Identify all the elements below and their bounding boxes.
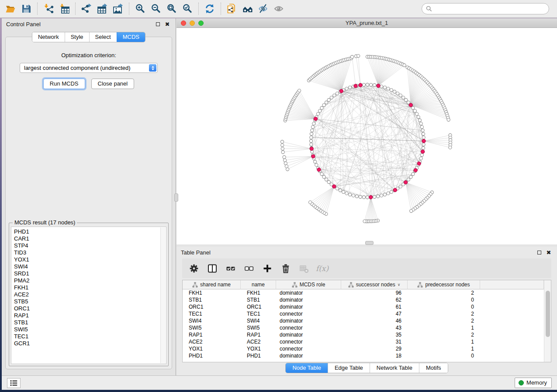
- table-cell: 2: [408, 331, 480, 338]
- column-header-successor-nodes[interactable]: successor nodes∨: [341, 280, 408, 289]
- horizontal-splitter-handle[interactable]: [365, 241, 374, 245]
- zoom-out-button[interactable]: [148, 2, 164, 16]
- gear-button[interactable]: [187, 261, 201, 276]
- mcds-list-scrollbar[interactable]: [160, 227, 166, 363]
- zoom-selected-icon: [182, 3, 193, 14]
- close-panel-button[interactable]: ✖: [163, 21, 171, 28]
- tab-mcds[interactable]: MCDS: [117, 32, 145, 42]
- tab-network-table[interactable]: Network Table: [370, 363, 419, 373]
- mcds-result-item[interactable]: PMA2: [14, 277, 166, 284]
- import-table-button[interactable]: [56, 2, 72, 16]
- table-cell: [480, 345, 544, 352]
- import-network-icon: [43, 3, 54, 14]
- memory-status-icon: [519, 380, 524, 385]
- deselect-all-button[interactable]: [242, 261, 256, 276]
- column-header-shared-name[interactable]: shared name: [183, 280, 241, 289]
- zoom-fit-button[interactable]: [164, 2, 180, 16]
- tab-motifs[interactable]: Motifs: [419, 363, 448, 373]
- network-window-titlebar[interactable]: YPA_prune.txt_1: [176, 18, 557, 28]
- window-zoom-light[interactable]: [198, 21, 204, 26]
- memory-button[interactable]: Memory: [515, 378, 552, 388]
- table-row[interactable]: YOX1YOX1connector291: [183, 345, 544, 352]
- table-cell: 2: [408, 289, 480, 296]
- mcds-result-item[interactable]: TEC1: [14, 333, 166, 340]
- close-panel-action-button[interactable]: Close panel: [91, 79, 135, 89]
- export-image-button[interactable]: [110, 2, 126, 16]
- task-history-button[interactable]: [7, 378, 21, 388]
- table-row[interactable]: SWI5SWI5connector431: [183, 324, 544, 331]
- tab-node-table[interactable]: Node Table: [286, 363, 328, 373]
- delete-row-button[interactable]: [278, 261, 293, 276]
- mcds-result-item[interactable]: STB1: [14, 319, 166, 326]
- mcds-result-item[interactable]: YOX1: [14, 256, 166, 263]
- mcds-result-item[interactable]: FKH1: [14, 284, 166, 291]
- mcds-result-item[interactable]: PHD1: [14, 228, 166, 235]
- table-scrollbar-thumb[interactable]: [546, 291, 550, 337]
- window-minimize-light[interactable]: [190, 21, 195, 26]
- table-row[interactable]: PHD1PHD1dominator180: [183, 352, 544, 359]
- mcds-result-item[interactable]: ORC1: [14, 305, 166, 312]
- binoculars-button[interactable]: [240, 2, 256, 16]
- tab-edge-table[interactable]: Edge Table: [328, 363, 370, 373]
- table-float-button[interactable]: [535, 249, 543, 256]
- table-row[interactable]: FKH1FKH1dominator962: [183, 289, 544, 296]
- optimization-criterion-select[interactable]: largest connected component (undirected): [20, 63, 158, 73]
- hide-graphics-details-icon: [258, 3, 269, 14]
- mcds-result-item[interactable]: TID3: [14, 249, 166, 256]
- refresh-layout-button[interactable]: [202, 2, 218, 16]
- clone-network-button[interactable]: [224, 2, 240, 16]
- network-canvas[interactable]: [176, 28, 557, 244]
- column-header-name[interactable]: name: [241, 280, 276, 289]
- table-cell: TEC1: [183, 310, 241, 317]
- zoom-in-button[interactable]: [132, 2, 148, 16]
- column-header-MCDS-role[interactable]: MCDS role: [276, 280, 341, 289]
- hide-graphics-details-button[interactable]: [256, 2, 271, 16]
- vertical-splitter-handle[interactable]: [174, 193, 178, 202]
- table-row[interactable]: ORC1ORC1dominator610: [183, 303, 544, 310]
- table-cell: 0: [408, 352, 480, 359]
- mcds-result-item[interactable]: RAP1: [14, 312, 166, 319]
- table-row[interactable]: STB1STB1dominator620: [183, 296, 544, 303]
- table-cell: 43: [341, 324, 408, 331]
- add-row-button[interactable]: [260, 261, 274, 276]
- table-cell: connector: [276, 338, 341, 345]
- show-graphics-details-icon: [274, 3, 284, 14]
- select-all-button[interactable]: [223, 261, 238, 276]
- table-row[interactable]: ACE2ACE2connector311: [183, 338, 544, 345]
- table-row[interactable]: SWI4SWI4dominator462: [183, 317, 544, 324]
- table-close-button[interactable]: ✖: [545, 249, 553, 256]
- table-cell: 1: [408, 324, 480, 331]
- mcds-result-item[interactable]: SWI4: [14, 263, 166, 270]
- mcds-result-item[interactable]: SWI5: [14, 326, 166, 333]
- export-network-button[interactable]: [79, 2, 94, 16]
- zoom-selected-button[interactable]: [180, 2, 195, 16]
- table-row[interactable]: RAP1RAP1dominator352: [183, 331, 544, 338]
- table-cell: [480, 352, 544, 359]
- export-table-button[interactable]: [94, 2, 110, 16]
- table-scrollbar[interactable]: [544, 280, 551, 362]
- open-folder-button[interactable]: [3, 2, 18, 16]
- import-network-button[interactable]: [41, 2, 56, 16]
- table-cell: PHD1: [183, 352, 241, 359]
- columns-button[interactable]: [205, 261, 219, 276]
- table-cell: dominator: [276, 303, 341, 310]
- mcds-result-item[interactable]: CAR1: [14, 235, 166, 242]
- float-panel-button[interactable]: [154, 21, 162, 28]
- column-header-predecessor-nodes[interactable]: predecessor nodes: [408, 280, 480, 289]
- save-session-button[interactable]: [18, 2, 34, 16]
- tab-network[interactable]: Network: [32, 32, 65, 42]
- run-mcds-button[interactable]: Run MCDS: [43, 79, 85, 89]
- table-cell: dominator: [276, 317, 341, 324]
- mcds-result-item[interactable]: ACE2: [14, 291, 166, 298]
- mcds-result-item[interactable]: STP4: [14, 242, 166, 249]
- mcds-result-item[interactable]: STB5: [14, 298, 166, 305]
- tab-select[interactable]: Select: [89, 32, 117, 42]
- search-input[interactable]: [435, 6, 545, 12]
- mcds-result-item[interactable]: SRD1: [14, 270, 166, 277]
- table-row[interactable]: TEC1TEC1connector472: [183, 310, 544, 317]
- mcds-result-list[interactable]: PHD1CAR1STP4TID3YOX1SWI4SRD1PMA2FKH1ACE2…: [11, 227, 166, 364]
- mcds-result-item[interactable]: GCR1: [14, 340, 166, 347]
- tab-style[interactable]: Style: [65, 32, 89, 42]
- window-close-light[interactable]: [181, 21, 186, 26]
- search-box[interactable]: [422, 3, 549, 14]
